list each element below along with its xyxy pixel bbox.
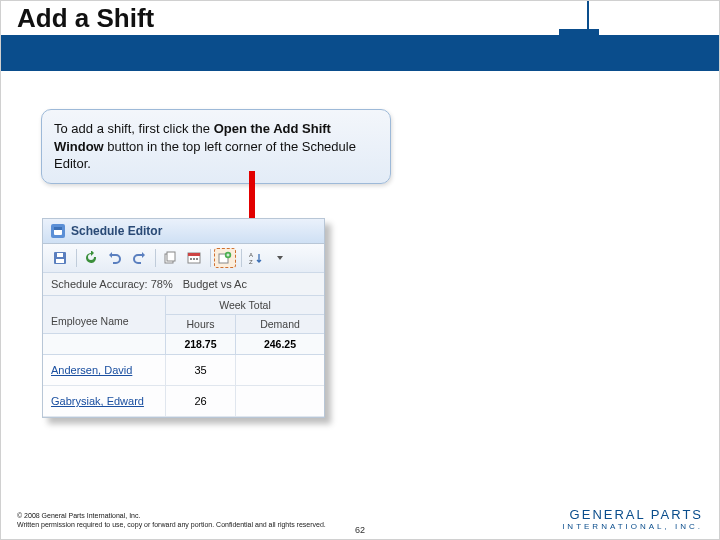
footer-copyright: © 2008 General Parts International, Inc. bbox=[17, 511, 326, 520]
employee-hours: 26 bbox=[166, 386, 236, 416]
page-number: 62 bbox=[355, 525, 365, 535]
table-row: Gabrysiak, Edward 26 bbox=[43, 386, 324, 417]
add-shift-button[interactable] bbox=[214, 248, 236, 268]
svg-rect-3 bbox=[56, 259, 64, 263]
accuracy-label: Schedule Accuracy: bbox=[51, 278, 148, 290]
svg-rect-8 bbox=[188, 253, 200, 256]
grid-header: Employee Name Week Total Hours Demand bbox=[43, 296, 324, 334]
svg-rect-4 bbox=[57, 253, 63, 257]
svg-rect-1 bbox=[54, 227, 62, 230]
svg-rect-9 bbox=[190, 258, 192, 260]
calendar-button[interactable] bbox=[183, 248, 205, 268]
title-accent bbox=[559, 29, 599, 35]
col-hours: Hours bbox=[166, 315, 236, 333]
totals-demand: 246.25 bbox=[236, 334, 324, 354]
svg-text:A: A bbox=[249, 252, 253, 258]
footer-logo: GENERAL PARTS INTERNATIONAL, INC. bbox=[562, 507, 703, 531]
schedule-editor-titlebar: Schedule Editor bbox=[43, 219, 324, 244]
instruction-callout: To add a shift, first click the Open the… bbox=[41, 109, 391, 184]
employee-link[interactable]: Gabrysiak, Edward bbox=[43, 386, 166, 416]
svg-rect-11 bbox=[196, 258, 198, 260]
employee-hours: 35 bbox=[166, 355, 236, 385]
undo-button[interactable] bbox=[104, 248, 126, 268]
toolbar: AZ bbox=[43, 244, 324, 273]
redo-button[interactable] bbox=[128, 248, 150, 268]
refresh-button[interactable] bbox=[80, 248, 102, 268]
schedule-editor-title: Schedule Editor bbox=[71, 224, 162, 238]
svg-text:Z: Z bbox=[249, 259, 253, 265]
totals-row: 218.75 246.25 bbox=[43, 334, 324, 355]
col-employee: Employee Name bbox=[43, 296, 166, 333]
sort-button[interactable]: AZ bbox=[245, 248, 267, 268]
svg-rect-6 bbox=[167, 252, 175, 261]
schedule-editor-icon bbox=[51, 224, 65, 238]
toolbar-dropdown[interactable] bbox=[269, 248, 291, 268]
title-divider bbox=[587, 1, 589, 71]
budget-label: Budget vs Ac bbox=[183, 278, 247, 290]
title-bar bbox=[1, 35, 719, 71]
callout-text-pre: To add a shift, first click the bbox=[54, 121, 214, 136]
brand-sub: INTERNATIONAL, INC. bbox=[562, 522, 703, 531]
footer-confidential: Written permission required to use, copy… bbox=[17, 520, 326, 529]
page-title: Add a Shift bbox=[17, 3, 154, 34]
employee-link[interactable]: Andersen, David bbox=[43, 355, 166, 385]
save-button[interactable] bbox=[49, 248, 71, 268]
svg-rect-10 bbox=[193, 258, 195, 260]
pages-button[interactable] bbox=[159, 248, 181, 268]
status-row: Schedule Accuracy: 78% Budget vs Ac bbox=[43, 273, 324, 296]
accuracy-value: 78% bbox=[151, 278, 173, 290]
col-week-total: Week Total bbox=[166, 296, 324, 315]
schedule-editor-window: Schedule Editor bbox=[42, 218, 325, 418]
totals-hours: 218.75 bbox=[166, 334, 236, 354]
footer-copyright-block: © 2008 General Parts International, Inc.… bbox=[17, 511, 326, 529]
table-row: Andersen, David 35 bbox=[43, 355, 324, 386]
col-demand: Demand bbox=[236, 315, 324, 333]
brand-name: GENERAL PARTS bbox=[562, 507, 703, 522]
